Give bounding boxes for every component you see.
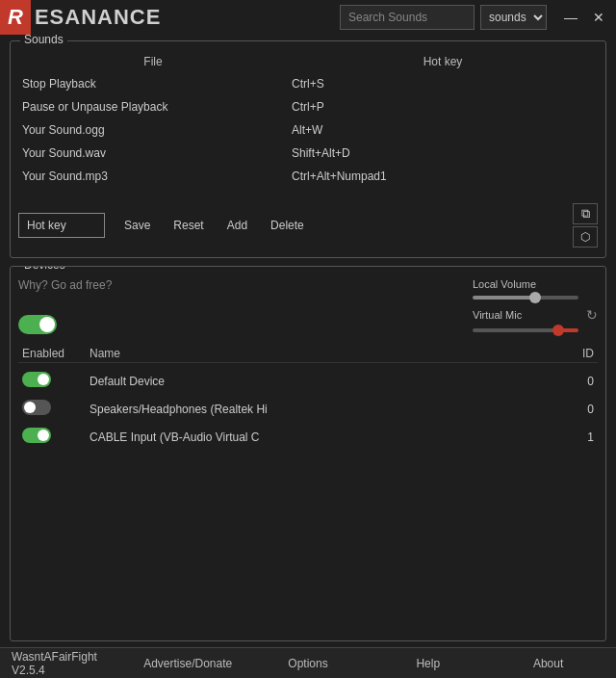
close-button[interactable]: ✕ — [589, 8, 608, 27]
sound-hotkey: Ctrl+S — [292, 77, 594, 91]
sound-row[interactable]: Stop Playback Ctrl+S — [18, 72, 598, 95]
devices-left: Why? Go ad free? — [18, 278, 112, 337]
sound-row[interactable]: Your Sound.ogg Alt+W — [18, 118, 598, 142]
window-controls: — ✕ — [560, 8, 608, 27]
device-row[interactable]: Default Device 0 — [18, 367, 598, 395]
sound-hotkey: Alt+W — [292, 123, 594, 137]
sound-hotkey: Ctrl+P — [292, 100, 594, 114]
sound-row[interactable]: Pause or Unpause Playback Ctrl+P — [18, 95, 598, 118]
reset-button[interactable]: Reset — [169, 217, 207, 234]
device-name: Speakers/Headphones (Realtek Hi — [90, 403, 555, 416]
footer-help[interactable]: Help — [368, 653, 488, 674]
main-content: Sounds File Hot key Stop Playback Ctrl+S… — [0, 35, 616, 647]
sound-file-name: Your Sound.ogg — [22, 123, 292, 137]
footer-version: WasntAFairFight V2.5.4 — [8, 646, 128, 679]
sound-row[interactable]: Your Sound.mp3 Ctrl+Alt+Numpad1 — [18, 165, 598, 188]
logo-area: R ESANANCE — [0, 0, 161, 35]
virtual-mic-row: Virtual Mic ↻ — [473, 307, 598, 323]
refresh-icon[interactable]: ↻ — [586, 307, 598, 323]
col-name-header: Name — [90, 347, 555, 360]
copy-icon-button[interactable]: ⧉ — [573, 203, 598, 224]
sounds-dropdown[interactable]: sounds — [480, 5, 547, 30]
device-row[interactable]: CABLE Input (VB-Audio Virtual C 1 — [18, 423, 598, 451]
local-volume-slider[interactable] — [473, 296, 578, 300]
sound-file-name: Your Sound.wav — [22, 146, 292, 160]
device-enabled-toggle[interactable] — [22, 372, 90, 390]
logo-text: ESANANCE — [31, 5, 161, 30]
device-enabled-toggle[interactable] — [22, 400, 90, 418]
ad-free-link[interactable]: Why? Go ad free? — [18, 278, 112, 292]
devices-inner: Why? Go ad free? Local Volume Virtual Mi… — [11, 267, 605, 458]
device-toggle[interactable] — [22, 372, 51, 387]
local-volume-label: Local Volume — [473, 278, 598, 290]
main-toggle[interactable] — [18, 315, 57, 334]
footer: WasntAFairFight V2.5.4 Advertise/Donate … — [0, 647, 616, 678]
col-id-header: ID — [555, 347, 594, 360]
local-volume-slider-container — [473, 296, 598, 300]
sounds-section-label: Sounds — [20, 35, 67, 46]
device-enabled-toggle[interactable] — [22, 428, 90, 446]
device-toggle[interactable] — [22, 428, 51, 443]
sound-row[interactable]: Your Sound.wav Shift+Alt+D — [18, 142, 598, 165]
device-id: 1 — [555, 430, 594, 444]
save-button[interactable]: Save — [120, 217, 154, 234]
device-name: Default Device — [90, 375, 555, 388]
logo-r-letter: R — [8, 5, 23, 30]
footer-advertise[interactable]: Advertise/Donate — [128, 653, 248, 674]
toggle-container — [18, 315, 112, 337]
pointer-icon-button[interactable]: ⬡ — [573, 226, 598, 248]
sounds-section: Sounds File Hot key Stop Playback Ctrl+S… — [10, 40, 606, 258]
sound-file-name: Your Sound.mp3 — [22, 170, 292, 183]
device-row[interactable]: Speakers/Headphones (Realtek Hi 0 — [18, 395, 598, 423]
sound-file-name: Pause or Unpause Playback — [22, 100, 292, 114]
copy-icon: ⧉ — [581, 206, 590, 222]
sounds-table: File Hot key Stop Playback Ctrl+S Pause … — [11, 41, 605, 196]
minimize-button[interactable]: — — [560, 8, 581, 27]
devices-section-label: Devices — [20, 266, 69, 272]
device-rows-container: Default Device 0 Speakers/Headphones (Re… — [18, 367, 598, 451]
action-bar: Save Reset Add Delete ⧉ ⬡ — [11, 196, 605, 257]
device-id: 0 — [555, 403, 594, 416]
sounds-table-header: File Hot key — [18, 51, 598, 72]
pointer-icon: ⬡ — [580, 230, 590, 244]
footer-about[interactable]: About — [488, 653, 608, 674]
col-hotkey-header: Hot key — [288, 55, 598, 68]
sound-hotkey: Shift+Alt+D — [292, 146, 594, 160]
device-toggle[interactable] — [22, 400, 51, 415]
footer-options[interactable]: Options — [248, 653, 369, 674]
icon-buttons: ⧉ ⬡ — [573, 203, 598, 248]
devices-section: Devices Why? Go ad free? Local Volume Vi… — [10, 266, 606, 641]
device-name: CABLE Input (VB-Audio Virtual C — [90, 430, 555, 444]
title-bar-controls: sounds — ✕ — [340, 5, 608, 30]
devices-table-header: Enabled Name ID — [18, 345, 598, 363]
virtual-mic-slider[interactable] — [473, 328, 578, 332]
devices-right: Local Volume Virtual Mic ↻ — [473, 278, 598, 332]
delete-button[interactable]: Delete — [267, 217, 308, 234]
sound-hotkey: Ctrl+Alt+Numpad1 — [292, 170, 594, 183]
search-input[interactable] — [340, 5, 475, 30]
sound-rows-container: Stop Playback Ctrl+S Pause or Unpause Pl… — [18, 72, 598, 188]
device-id: 0 — [555, 375, 594, 388]
col-enabled-header: Enabled — [22, 347, 90, 360]
logo-box: R — [0, 0, 31, 35]
col-file-header: File — [18, 55, 288, 68]
title-bar: R ESANANCE sounds — ✕ — [0, 0, 616, 35]
hotkey-input[interactable] — [18, 213, 105, 238]
devices-top: Why? Go ad free? Local Volume Virtual Mi… — [18, 278, 598, 337]
add-button[interactable]: Add — [223, 217, 251, 234]
virtual-mic-label: Virtual Mic — [473, 309, 580, 321]
devices-table: Enabled Name ID Default Device 0 Speaker… — [18, 345, 598, 451]
virtual-mic-slider-container — [473, 326, 598, 332]
sound-file-name: Stop Playback — [22, 77, 292, 91]
